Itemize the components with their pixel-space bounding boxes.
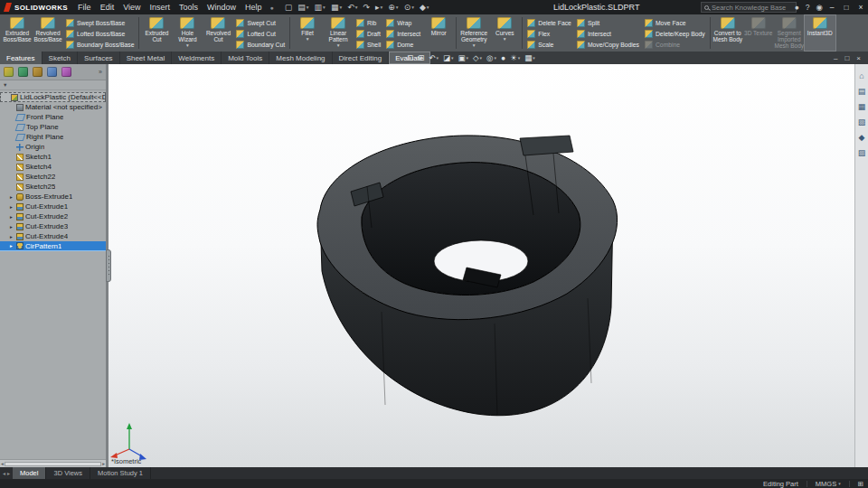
move-face-button[interactable]: Move Face <box>642 17 708 28</box>
bottom-tab-3d-views[interactable]: 3D Views <box>46 467 90 479</box>
expand-arrow-icon[interactable]: ▸ <box>8 234 14 239</box>
tab-scroll-icon[interactable]: ◂ <box>3 470 5 476</box>
wrap-button[interactable]: Wrap <box>383 17 423 28</box>
swept-boss-base-button[interactable]: Swept Boss/Base <box>63 17 137 28</box>
tree-item-cut-extrude4[interactable]: ▸Cut-Extrude4 <box>0 231 106 241</box>
expand-arrow-icon[interactable]: ▸ <box>8 194 14 200</box>
menu-window[interactable]: Window <box>203 1 241 14</box>
tab-sheet-metal[interactable]: Sheet Metal <box>120 52 173 64</box>
move-copy-bodies-button[interactable]: Move/Copy Bodies <box>574 39 642 50</box>
view-orientation-icon[interactable]: ▣▾ <box>458 54 468 62</box>
expand-arrow-icon[interactable]: ▸ <box>8 224 14 230</box>
alerts-icon[interactable]: ◉ <box>816 3 823 12</box>
scroll-right-icon[interactable]: ▸ <box>102 461 105 466</box>
expand-arrow-icon[interactable]: ▸ <box>8 243 14 249</box>
scale-button[interactable]: Scale <box>524 39 574 50</box>
dropdown-arrow-icon[interactable]: ▾ <box>307 37 309 42</box>
mirror-button[interactable]: Mirror <box>423 15 454 51</box>
featuremanager-filter-row[interactable]: ▼ <box>0 80 106 90</box>
rebuild-icon[interactable]: ⊕▾ <box>386 3 400 13</box>
tab-sketch[interactable]: Sketch <box>42 52 78 64</box>
reference-geometry-button[interactable]: Reference Geometry▾ <box>458 15 489 51</box>
tab-features[interactable]: Features <box>0 52 42 64</box>
panel-splitter[interactable] <box>106 64 108 467</box>
boundary-boss-base-button[interactable]: Boundary Boss/Base <box>63 39 137 50</box>
menu-view[interactable]: View <box>118 1 145 14</box>
tree-item-material-not-specified[interactable]: Material <not specified> <box>0 102 106 112</box>
split-button[interactable]: Split <box>574 17 642 28</box>
view-palette-icon[interactable]: ▧ <box>858 118 866 127</box>
scroll-left-icon[interactable]: ◂ <box>1 461 4 466</box>
dimxpertmanager-tab[interactable] <box>47 67 57 77</box>
panel-overflow-icon[interactable]: » <box>99 69 102 75</box>
configurationmanager-tab[interactable] <box>33 67 42 77</box>
menu-help[interactable]: Help <box>241 1 267 14</box>
dome-button[interactable]: Dome <box>383 39 423 50</box>
panel-horizontal-scrollbar[interactable]: ◂ ▸ <box>0 459 106 467</box>
convert-to-mesh-body-button[interactable]: Convert to Mesh Body <box>712 15 743 51</box>
tree-item-top-plane[interactable]: Top Plane <box>0 122 106 132</box>
lofted-boss-base-button[interactable]: Lofted Boss/Base <box>63 28 137 39</box>
revolved-cut-button[interactable]: Revolved Cut <box>203 15 233 51</box>
revolved-boss-base-button[interactable]: Revolved Boss/Base <box>33 15 63 51</box>
apply-scene-icon[interactable]: ☀▾ <box>510 54 520 62</box>
edit-appearance-icon[interactable]: ◆▾ <box>418 3 431 13</box>
maximize-button[interactable]: □ <box>839 0 854 14</box>
flex-button[interactable]: Flex <box>524 28 574 39</box>
intersect-bodies-button[interactable]: Intersect <box>574 28 642 39</box>
search-input[interactable] <box>712 4 791 12</box>
dropdown-arrow-icon[interactable]: ▾ <box>337 43 340 48</box>
linear-pattern-button[interactable]: Linear Pattern▾ <box>323 15 354 51</box>
swept-cut-button[interactable]: Swept Cut <box>233 17 288 28</box>
tree-item-cut-extrude2[interactable]: ▸Cut-Extrude2 <box>0 211 106 221</box>
delete-keep-body-button[interactable]: Delete/Keep Body <box>642 28 708 39</box>
tree-item-lidlockplastic-default-default-dis[interactable]: LidLockPlastic (Default<<Default>_Dis <box>0 92 106 102</box>
menu-pin-icon[interactable]: ● <box>267 5 278 11</box>
rib-button[interactable]: Rib <box>354 17 383 28</box>
extruded-cut-button[interactable]: Extruded Cut <box>141 15 172 51</box>
tree-item-right-plane[interactable]: Right Plane <box>0 132 106 142</box>
scrollbar-thumb[interactable] <box>5 462 101 466</box>
tab-scroll-icon[interactable]: ▸ <box>7 470 10 476</box>
section-view-icon[interactable]: ◪▾ <box>443 54 454 62</box>
tree-item-sketch22[interactable]: Sketch22 <box>0 172 106 182</box>
expand-arrow-icon[interactable]: ▸ <box>8 204 14 210</box>
delete-face-button[interactable]: Delete Face <box>524 17 574 28</box>
tree-item-sketch4[interactable]: Sketch4 <box>0 162 106 172</box>
tree-item-cut-extrude1[interactable]: ▸Cut-Extrude1 <box>0 202 106 211</box>
view-settings-icon[interactable]: ▦▾ <box>524 54 535 62</box>
menu-tools[interactable]: Tools <box>175 1 203 14</box>
file-explorer-icon[interactable]: ▦ <box>858 103 866 111</box>
tab-surfaces[interactable]: Surfaces <box>78 52 120 64</box>
dropdown-arrow-icon[interactable]: ▾ <box>473 43 476 48</box>
splitter-handle[interactable] <box>106 249 111 282</box>
custom-properties-icon[interactable]: ▨ <box>858 149 866 157</box>
instant3d-button[interactable]: Instant3D <box>805 15 835 51</box>
print-icon[interactable]: ▦▾ <box>329 3 344 13</box>
tree-item-cirpattern1[interactable]: ▸CirPattern1 <box>0 241 106 251</box>
propertymanager-tab[interactable] <box>18 67 28 77</box>
hole-wizard-button[interactable]: Hole Wizard▾ <box>172 15 203 51</box>
login-icon[interactable]: ● <box>795 3 799 12</box>
tree-item-boss-extrude1[interactable]: ▸Boss-Extrude1 <box>0 192 106 202</box>
undo-icon[interactable]: ↶▾ <box>345 3 359 13</box>
lofted-cut-button[interactable]: Lofted Cut <box>233 28 288 39</box>
curves-button[interactable]: Curves▾ <box>489 15 520 51</box>
tab-mold-tools[interactable]: Mold Tools <box>222 52 269 64</box>
menu-file[interactable]: File <box>73 1 96 14</box>
tree-item-sketch1[interactable]: Sketch1 <box>0 152 106 162</box>
bottom-tab-model[interactable]: Model <box>13 467 46 479</box>
doc-restore-button[interactable]: □ <box>844 54 849 62</box>
menu-insert[interactable]: Insert <box>146 1 175 14</box>
dropdown-arrow-icon[interactable]: ▾ <box>186 43 189 48</box>
featuremanager-tree-tab[interactable] <box>4 67 14 77</box>
expand-arrow-icon[interactable]: ▸ <box>8 214 14 220</box>
extruded-boss-base-button[interactable]: Extruded Boss/Base <box>2 15 33 51</box>
close-button[interactable]: × <box>854 0 868 14</box>
solidworks-resources-icon[interactable]: ⌂ <box>859 72 863 80</box>
displaymanager-tab[interactable] <box>61 67 71 77</box>
units-selector[interactable]: MMGS ▾ <box>816 480 841 488</box>
dropdown-arrow-icon[interactable]: ▾ <box>504 37 506 42</box>
edit-appearance-icon[interactable]: ● <box>501 54 505 62</box>
boundary-cut-button[interactable]: Boundary Cut <box>233 39 288 50</box>
